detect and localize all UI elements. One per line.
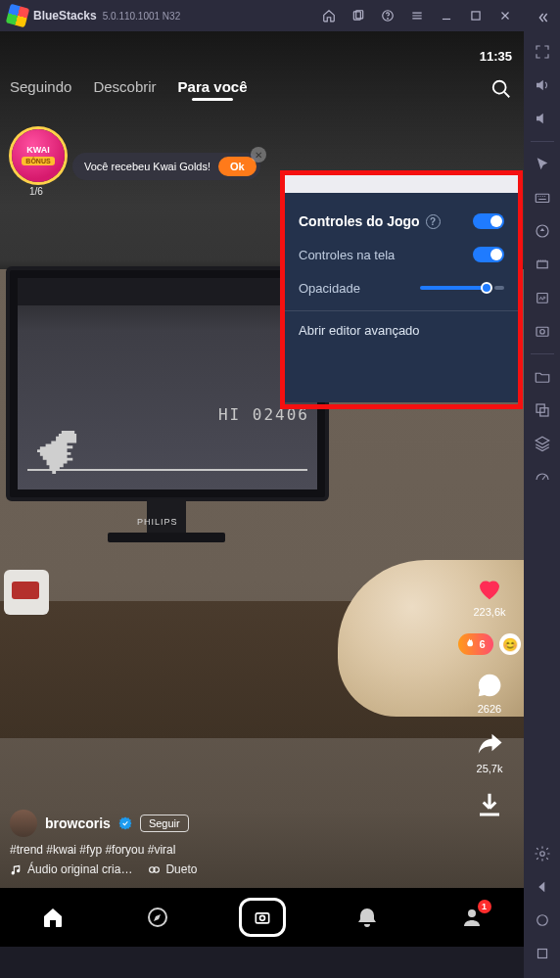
svg-point-3 xyxy=(388,19,389,20)
profile-badge: 1 xyxy=(478,900,491,913)
svg-point-13 xyxy=(539,852,544,857)
verified-icon xyxy=(118,816,132,830)
svg-point-14 xyxy=(537,915,547,926)
back-icon[interactable] xyxy=(524,870,560,904)
toast-ok-button[interactable]: Ok xyxy=(218,157,257,176)
folder-icon[interactable] xyxy=(524,360,560,394)
nav-inbox[interactable] xyxy=(344,894,391,941)
gold-toast: Você recebeu Kwai Golds! Ok ✕ xyxy=(72,153,260,180)
comment-count: 2626 xyxy=(478,703,501,715)
badge-line2: BÔNUS xyxy=(22,157,54,165)
nav-explore[interactable] xyxy=(134,894,181,941)
status-time: 11:35 xyxy=(480,49,512,64)
download-button[interactable] xyxy=(475,790,504,819)
dueto-link[interactable]: Dueto xyxy=(148,862,197,876)
share-count: 25,7k xyxy=(477,763,503,774)
svg-point-22 xyxy=(468,909,476,917)
app-title: BlueStacks xyxy=(33,9,97,23)
search-button[interactable] xyxy=(490,78,512,104)
fire-pill[interactable]: 6 xyxy=(458,633,492,655)
nav-recents-icon[interactable] xyxy=(524,937,560,970)
screenshot-icon[interactable] xyxy=(524,314,560,348)
like-button[interactable]: 223,6k xyxy=(473,574,505,618)
gauge-icon[interactable] xyxy=(524,460,560,493)
badge-line1: KWAI xyxy=(26,146,50,155)
toast-close-button[interactable]: ✕ xyxy=(251,147,266,163)
bluestacks-logo-icon xyxy=(6,4,29,27)
bottom-nav: 1 xyxy=(0,888,524,947)
mug xyxy=(4,570,49,615)
keyboard-icon[interactable] xyxy=(524,181,560,214)
layers-icon[interactable] xyxy=(524,427,560,460)
username[interactable]: browcoris xyxy=(45,815,111,831)
volume-up-icon[interactable] xyxy=(524,69,560,102)
emoji-reaction[interactable]: 😊 xyxy=(499,633,521,655)
like-count: 223,6k xyxy=(473,606,505,618)
svg-rect-20 xyxy=(256,913,268,923)
tab-discover[interactable]: Descobrir xyxy=(93,78,156,95)
settings-icon[interactable] xyxy=(524,837,560,870)
hashtags[interactable]: #trend #kwai #fyp #foryou #viral xyxy=(10,843,455,857)
follow-button[interactable]: Seguir xyxy=(140,815,189,832)
dino-icon xyxy=(37,430,78,479)
hamburger-button[interactable] xyxy=(402,0,432,31)
recents-button[interactable] xyxy=(344,0,373,31)
android-app-viewport: HI 02406 PHILIPS 11:35 Seguindo Descobri… xyxy=(0,31,524,947)
feed-tabs: Seguindo Descobrir Para você xyxy=(10,78,247,95)
comment-button[interactable]: 2626 xyxy=(475,671,504,715)
svg-rect-5 xyxy=(536,194,549,202)
svg-point-16 xyxy=(493,81,506,94)
clone-icon[interactable] xyxy=(524,394,560,427)
fire-count: 6 xyxy=(479,638,485,650)
sync-icon[interactable] xyxy=(524,214,560,248)
bluestacks-titlebar: BlueStacks 5.0.110.1001 N32 xyxy=(0,0,524,31)
monitor-brand: PHILIPS xyxy=(137,517,178,527)
svg-point-21 xyxy=(259,915,264,920)
bluestacks-sidebar xyxy=(524,0,560,978)
svg-rect-9 xyxy=(537,327,548,336)
toast-text: Você recebeu Kwai Golds! xyxy=(84,161,210,172)
cursor-icon[interactable] xyxy=(524,148,560,181)
audio-link[interactable]: Áudio original cria… xyxy=(10,862,132,876)
svg-point-10 xyxy=(539,330,544,335)
collapse-sidebar-button[interactable] xyxy=(524,6,560,29)
svg-rect-15 xyxy=(537,950,546,958)
kwai-bonus-badge[interactable]: KWAI BÔNUS xyxy=(12,129,65,182)
nav-camera[interactable] xyxy=(239,894,286,941)
volume-down-icon[interactable] xyxy=(524,102,560,135)
divider xyxy=(531,141,554,142)
svg-rect-7 xyxy=(537,261,547,268)
memory-icon[interactable] xyxy=(524,248,560,281)
highlight-box xyxy=(280,170,523,409)
svg-rect-4 xyxy=(472,12,480,20)
app-version: 5.0.110.1001 N32 xyxy=(103,11,181,22)
nav-home-icon[interactable] xyxy=(524,904,560,937)
maximize-button[interactable] xyxy=(461,0,490,31)
close-button[interactable] xyxy=(490,0,520,31)
home-button[interactable] xyxy=(314,0,344,31)
monitor-screen: HI 02406 xyxy=(18,278,317,489)
minimize-button[interactable] xyxy=(432,0,461,31)
nav-home[interactable] xyxy=(29,894,76,941)
tab-following[interactable]: Seguindo xyxy=(10,78,71,95)
share-button[interactable]: 25,7k xyxy=(475,730,504,774)
nav-profile[interactable]: 1 xyxy=(448,894,495,941)
fullscreen-icon[interactable] xyxy=(524,35,560,69)
avatar[interactable] xyxy=(10,810,37,837)
video-actions: 223,6k 6 😊 2626 25,7k xyxy=(463,574,516,819)
svg-rect-8 xyxy=(537,294,547,303)
tab-foryou[interactable]: Para você xyxy=(178,78,248,95)
badge-counter: 1/6 xyxy=(29,186,43,197)
divider xyxy=(531,353,554,354)
bluestacks-bottom-strip xyxy=(0,947,524,978)
help-button[interactable] xyxy=(373,0,402,31)
apk-icon[interactable] xyxy=(524,281,560,314)
video-meta: browcoris Seguir #trend #kwai #fyp #fory… xyxy=(10,810,455,876)
